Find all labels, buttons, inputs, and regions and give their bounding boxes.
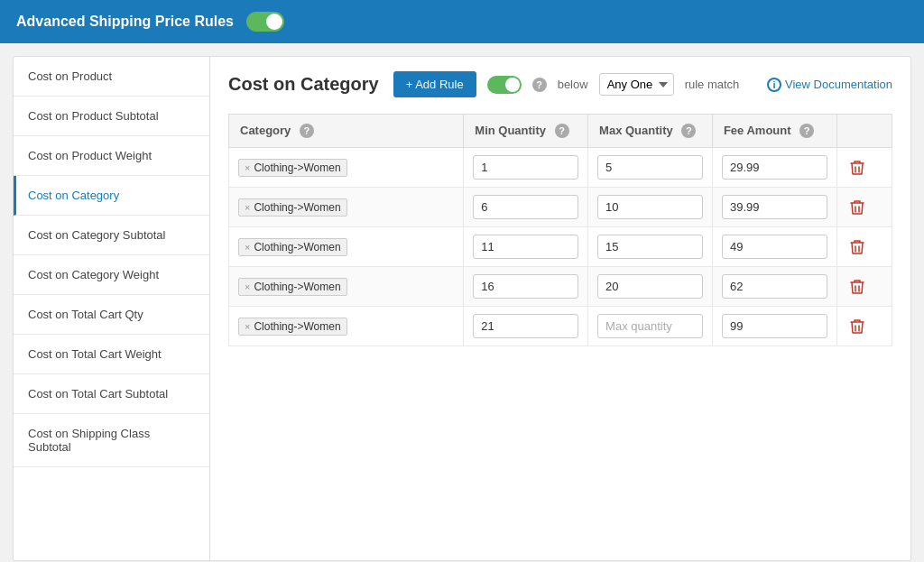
table-row: ×Clothing->Women: [229, 188, 892, 227]
tag-remove-icon[interactable]: ×: [245, 162, 250, 173]
fee-input[interactable]: [722, 274, 827, 299]
content-header: Cost on Category + Add Rule ? below Any …: [228, 71, 892, 97]
help-icon[interactable]: ?: [532, 78, 547, 92]
trash-icon: [850, 279, 864, 295]
col-header-min-qty: Min Quantity ?: [464, 115, 588, 148]
min-qty-input[interactable]: [473, 155, 578, 180]
sidebar-item-cost-on-category-subtotal[interactable]: Cost on Category Subtotal: [14, 216, 209, 255]
fee-input[interactable]: [722, 155, 827, 180]
app-toggle[interactable]: [246, 12, 284, 32]
max-qty-help-icon[interactable]: ?: [681, 124, 696, 138]
max-qty-input[interactable]: [597, 314, 703, 338]
fee-input[interactable]: [722, 235, 827, 259]
info-icon: i: [767, 78, 781, 92]
rule-match-label: rule match: [685, 78, 740, 91]
min-qty-input[interactable]: [473, 235, 578, 259]
sidebar-item-cost-on-product[interactable]: Cost on Product: [14, 57, 209, 97]
category-tag: ×Clothing->Women: [238, 238, 347, 256]
max-qty-input[interactable]: [597, 155, 703, 180]
trash-icon: [850, 318, 864, 335]
delete-row-button[interactable]: [846, 196, 868, 219]
sidebar-item-cost-on-category-weight[interactable]: Cost on Category Weight: [14, 255, 209, 295]
fee-input[interactable]: [722, 314, 827, 338]
max-qty-input[interactable]: [597, 235, 703, 259]
sidebar-item-cost-on-shipping-class-subtotal[interactable]: Cost on Shipping Class Subtotal: [14, 414, 209, 467]
tag-remove-icon[interactable]: ×: [245, 242, 250, 253]
delete-row-button[interactable]: [846, 235, 868, 259]
rules-table: Category ? Min Quantity ? Max Quantity ?…: [228, 114, 892, 346]
sidebar: Cost on Product Cost on Product Subtotal…: [14, 57, 210, 560]
category-help-icon[interactable]: ?: [300, 124, 314, 138]
table-row: ×Clothing->Women: [229, 148, 892, 188]
category-tag: ×Clothing->Women: [238, 159, 347, 177]
col-header-fee: Fee Amount ?: [712, 115, 836, 148]
add-rule-button[interactable]: + Add Rule: [393, 71, 476, 97]
sidebar-item-cost-on-category[interactable]: Cost on Category: [14, 176, 209, 216]
category-tag: ×Clothing->Women: [238, 318, 347, 336]
col-header-max-qty: Max Quantity ?: [588, 115, 713, 148]
page-title: Cost on Category: [228, 74, 379, 95]
sidebar-item-cost-on-total-cart-subtotal[interactable]: Cost on Total Cart Subtotal: [14, 374, 209, 414]
table-row: ×Clothing->Women: [229, 267, 892, 307]
category-tag: ×Clothing->Women: [238, 278, 347, 296]
min-qty-help-icon[interactable]: ?: [555, 124, 569, 138]
app-title: Advanced Shipping Price Rules: [16, 14, 234, 30]
fee-help-icon[interactable]: ?: [799, 124, 814, 138]
tag-remove-icon[interactable]: ×: [245, 202, 250, 213]
category-tag-cell: ×Clothing->Women: [238, 198, 454, 217]
delete-row-button[interactable]: [846, 156, 868, 180]
below-label: below: [558, 78, 588, 91]
category-tag-cell: ×Clothing->Women: [238, 159, 454, 177]
table-row: ×Clothing->Women: [229, 227, 892, 267]
col-header-action: [836, 115, 892, 148]
section-toggle[interactable]: [487, 76, 522, 94]
max-qty-input[interactable]: [597, 274, 703, 299]
fee-input[interactable]: [722, 195, 827, 219]
tag-remove-icon[interactable]: ×: [245, 281, 250, 292]
col-header-category: Category ?: [229, 115, 464, 148]
trash-icon: [850, 239, 864, 255]
view-documentation-link[interactable]: i View Documentation: [767, 78, 892, 92]
content-area: Cost on Category + Add Rule ? below Any …: [210, 57, 910, 560]
category-tag-cell: ×Clothing->Women: [238, 238, 454, 256]
app-header: Advanced Shipping Price Rules: [0, 0, 924, 43]
delete-row-button[interactable]: [846, 315, 868, 338]
min-qty-input[interactable]: [473, 274, 578, 299]
rule-match-select[interactable]: Any One All: [599, 73, 674, 96]
min-qty-input[interactable]: [473, 314, 578, 338]
tag-remove-icon[interactable]: ×: [245, 321, 250, 332]
table-row: ×Clothing->Women: [229, 307, 892, 346]
max-qty-input[interactable]: [597, 195, 703, 219]
sidebar-item-cost-on-total-cart-qty[interactable]: Cost on Total Cart Qty: [14, 295, 209, 335]
category-tag: ×Clothing->Women: [238, 198, 347, 217]
category-tag-cell: ×Clothing->Women: [238, 318, 454, 336]
min-qty-input[interactable]: [473, 195, 578, 219]
sidebar-item-cost-on-product-weight[interactable]: Cost on Product Weight: [14, 136, 209, 176]
main-container: Cost on Product Cost on Product Subtotal…: [13, 56, 911, 561]
trash-icon: [850, 160, 864, 176]
sidebar-item-cost-on-total-cart-weight[interactable]: Cost on Total Cart Weight: [14, 335, 209, 374]
trash-icon: [850, 199, 864, 216]
delete-row-button[interactable]: [846, 275, 868, 299]
sidebar-item-cost-on-product-subtotal[interactable]: Cost on Product Subtotal: [14, 97, 209, 136]
category-tag-cell: ×Clothing->Women: [238, 278, 454, 296]
